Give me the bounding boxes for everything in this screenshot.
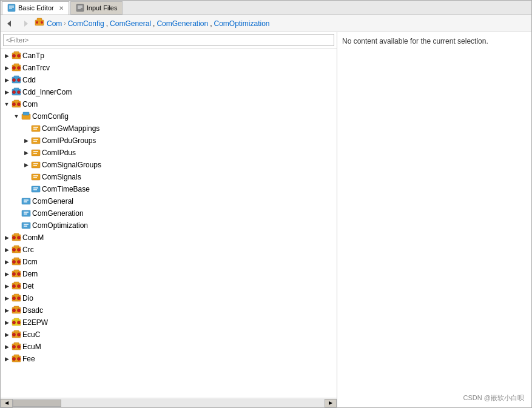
icon-dsadc [12, 306, 21, 315]
tree-item-comtimebase[interactable]: ▶ ComTimeBase [1, 183, 337, 195]
tree-item-comgwmappings[interactable]: ▶ ComGwMappings [1, 122, 337, 135]
expand-ecum[interactable]: ▶ [2, 342, 12, 352]
scroll-right-button[interactable]: ▶ [325, 399, 337, 407]
tree-container[interactable]: ▶ CanTp ▶ [1, 48, 337, 398]
filter-input[interactable] [3, 34, 334, 46]
scroll-track[interactable] [13, 399, 325, 407]
expand-det[interactable]: ▶ [2, 281, 12, 291]
expand-cdd-innercom[interactable]: ▶ [2, 87, 12, 97]
icon-cantp [12, 51, 21, 61]
tree-item-comm[interactable]: ▶ ComM [1, 232, 337, 244]
tree-item-cantrcv[interactable]: ▶ CanTrcv [1, 62, 337, 74]
tree-item-comoptimization[interactable]: ▶ ComOptimization [1, 219, 337, 232]
svg-rect-98 [14, 330, 19, 333]
expand-ecuc[interactable]: ▶ [2, 330, 12, 339]
svg-marker-8 [7, 21, 11, 27]
svg-point-80 [13, 285, 16, 288]
tree-item-dsadc[interactable]: ▶ Dsadc [1, 304, 337, 316]
horizontal-scrollbar[interactable]: ◀ ▶ [1, 398, 337, 407]
svg-point-73 [18, 261, 21, 264]
expand-fee[interactable]: ▶ [2, 354, 12, 364]
svg-point-24 [18, 79, 21, 82]
tree-item-fee[interactable]: ▶ Fee [1, 353, 337, 365]
expand-cantp[interactable]: ▶ [2, 51, 12, 61]
expand-dem[interactable]: ▶ [2, 269, 12, 279]
tab-basic-editor[interactable]: Basic Editor ✕ [2, 1, 69, 15]
svg-point-65 [18, 236, 21, 239]
forward-button[interactable] [19, 17, 32, 30]
tree-item-e2epw[interactable]: ▶ E2EPW [1, 316, 337, 329]
expand-cantrcv[interactable]: ▶ [2, 63, 12, 73]
breadcrumb-comoptimization[interactable]: ComOptimization [214, 19, 270, 28]
label-cdd: Cdd [22, 76, 36, 84]
tree-item-det[interactable]: ▶ Det [1, 280, 337, 292]
label-dem: Dem [22, 270, 38, 278]
tree-item-comgeneration[interactable]: ▶ ComGeneration [1, 207, 337, 219]
svg-point-20 [18, 67, 21, 70]
label-comgeneral: ComGeneral [32, 197, 73, 206]
tree-item-comipdugroups[interactable]: ▶ ComIPduGroups [1, 135, 337, 147]
label-comoptimization: ComOptimization [32, 221, 88, 230]
icon-comgeneral [21, 196, 31, 206]
breadcrumb-comconfig[interactable]: ComConfig [68, 19, 104, 28]
tree-item-comsignals[interactable]: ▶ ComSignals [1, 171, 337, 183]
svg-rect-39 [32, 138, 40, 144]
tab-basic-editor-close[interactable]: ✕ [59, 5, 64, 12]
tree-item-crc[interactable]: ▶ Crc [1, 244, 337, 256]
expand-comsignalgroups[interactable]: ▶ [21, 160, 31, 170]
label-comtimebase: ComTimeBase [42, 185, 90, 193]
expand-e2epw[interactable]: ▶ [2, 318, 12, 327]
tree-item-dcm[interactable]: ▶ Dcm [1, 256, 337, 268]
breadcrumb-comgeneration[interactable]: ComGeneration [157, 19, 208, 28]
svg-point-13 [41, 21, 43, 24]
tree-item-dem[interactable]: ▶ Dem [1, 268, 337, 280]
tree-item-comconfig[interactable]: ▼ ComConfig [1, 110, 337, 122]
breadcrumb-com[interactable]: Com [47, 19, 62, 28]
expand-comconfig[interactable]: ▼ [12, 112, 21, 121]
svg-marker-9 [24, 21, 28, 27]
expand-dsadc[interactable]: ▶ [2, 306, 12, 315]
svg-point-101 [18, 346, 21, 349]
right-panel: No content available for the current sel… [337, 32, 531, 407]
expand-comipdus[interactable]: ▶ [21, 148, 31, 158]
no-content-message: No content available for the current sel… [342, 37, 488, 45]
icon-fee [12, 354, 21, 364]
tree-item-comgeneral[interactable]: ▶ ComGeneral [1, 195, 337, 207]
tree-item-ecuc[interactable]: ▶ EcuC [1, 329, 337, 341]
svg-rect-25 [14, 76, 19, 78]
label-ecuc: EcuC [22, 330, 40, 339]
svg-rect-74 [14, 258, 19, 260]
svg-rect-66 [14, 233, 19, 236]
svg-rect-94 [14, 318, 19, 321]
expand-comipdugroups[interactable]: ▶ [21, 136, 31, 145]
icon-comgwmappings [31, 124, 41, 133]
tree-item-com[interactable]: ▼ Com [1, 98, 337, 110]
breadcrumb-comgeneral[interactable]: ComGeneral [110, 19, 151, 28]
tab-input-files[interactable]: Input Files [70, 1, 123, 15]
tree-item-comsignalgroups[interactable]: ▶ ComSignalGroups [1, 159, 337, 171]
label-cdd-innercom: Cdd_InnerCom [22, 88, 72, 96]
icon-comm [12, 233, 21, 242]
icon-comtimebase [31, 184, 41, 194]
svg-point-12 [36, 21, 38, 24]
tree-panel: ▶ CanTp ▶ [1, 32, 337, 407]
tree-item-ecum[interactable]: ▶ EcuM [1, 341, 337, 353]
expand-dio[interactable]: ▶ [2, 293, 12, 303]
icon-comsignals [31, 172, 41, 182]
expand-dcm[interactable]: ▶ [2, 257, 12, 267]
back-button[interactable] [3, 17, 16, 30]
tree-item-cantp[interactable]: ▶ CanTp [1, 50, 337, 62]
tree-item-comipdus[interactable]: ▶ ComIPdus [1, 147, 337, 159]
breadcrumb-sep-1: › [64, 20, 66, 27]
tree-item-dio[interactable]: ▶ Dio [1, 292, 337, 304]
scroll-thumb[interactable] [13, 400, 61, 407]
expand-com[interactable]: ▼ [2, 99, 12, 109]
expand-cdd[interactable]: ▶ [2, 75, 12, 85]
tree-item-cdd[interactable]: ▶ Cdd [1, 74, 337, 86]
tree-item-cdd-innercom[interactable]: ▶ Cdd_InnerCom [1, 86, 337, 98]
svg-rect-60 [22, 222, 30, 229]
editor-icon [7, 4, 16, 12]
expand-crc[interactable]: ▶ [2, 245, 12, 255]
expand-comm[interactable]: ▶ [2, 233, 12, 242]
scroll-left-button[interactable]: ◀ [1, 399, 13, 407]
